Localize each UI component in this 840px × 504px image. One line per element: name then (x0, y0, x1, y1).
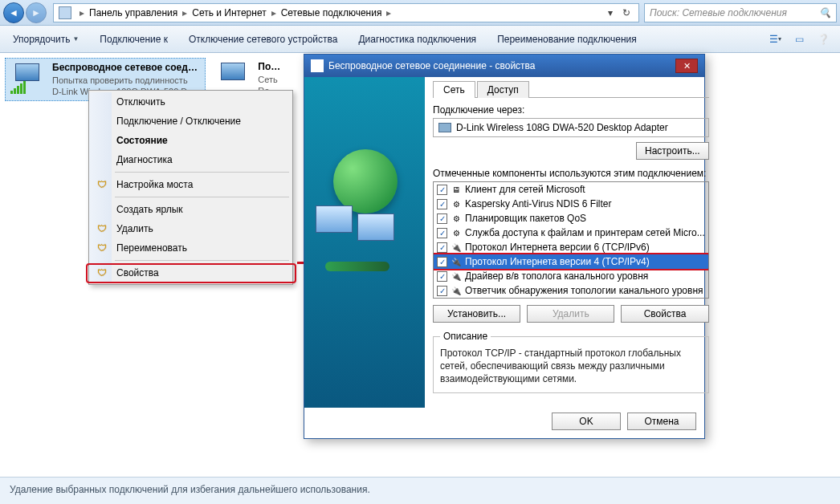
help-button[interactable]: ❔ (813, 30, 834, 48)
ctx-rename[interactable]: 🛡Переименовать (91, 238, 291, 258)
ctx-delete[interactable]: 🛡Удалить (91, 219, 291, 238)
organize-menu[interactable]: Упорядочить▼ (6, 31, 85, 47)
nav-forward-button[interactable]: ► (26, 2, 47, 23)
component-item[interactable]: ✓Служба доступа к файлам и принтерам сет… (434, 226, 708, 240)
network-icon (311, 59, 324, 72)
chevron-right-icon[interactable]: ▸ (271, 7, 276, 18)
component-item[interactable]: ✓Планировщик пакетов QoS (434, 211, 708, 226)
connection-name: Подкл... (258, 61, 282, 74)
shield-icon: 🛡 (91, 263, 113, 282)
ctx-status[interactable]: Состояние (91, 131, 291, 150)
description-label: Описание (440, 331, 491, 342)
search-placeholder: Поиск: Сетевые подключения (650, 7, 787, 18)
ctx-diagnostics[interactable]: Диагностика (91, 150, 291, 169)
close-button[interactable]: ✕ (675, 59, 698, 73)
checkbox[interactable]: ✓ (437, 286, 447, 296)
wireless-connection-icon (9, 62, 47, 94)
connection-status: Попытка проверить подлинность (52, 75, 202, 86)
context-menu: Отключить Подключение / Отключение Состо… (88, 90, 293, 285)
configure-button[interactable]: Настроить... (636, 142, 709, 160)
view-options-button[interactable]: ☰▾ (765, 30, 785, 48)
ctx-connect-disconnect[interactable]: Подключение / Отключение (91, 112, 291, 131)
adapter-name: D-Link Wireless 108G DWA-520 Desktop Ada… (456, 122, 668, 133)
components-label: Отмеченные компоненты используются этим … (433, 168, 709, 179)
ctx-properties[interactable]: 🛡Свойства (91, 263, 291, 282)
ctx-disconnect[interactable]: Отключить (91, 92, 291, 112)
status-text: Удаление выбранных подключений для избег… (10, 484, 370, 495)
dialog-titlebar[interactable]: Беспроводное сетевое соединение - свойст… (304, 55, 704, 77)
tab-network[interactable]: Сеть (433, 81, 475, 98)
component-item[interactable]: ✓Клиент для сетей Microsoft (434, 182, 708, 197)
shield-icon: 🛡 (91, 219, 113, 238)
chevron-right-icon[interactable]: ▸ (182, 7, 187, 18)
disconnect-device-button[interactable]: Отключение сетевого устройства (182, 31, 344, 47)
shield-icon: 🛡 (91, 238, 113, 258)
component-item[interactable]: ✓Kaspersky Anti-Virus NDIS 6 Filter (434, 197, 708, 211)
component-properties-button[interactable]: Свойства (621, 305, 708, 323)
service-icon (451, 213, 462, 224)
connection-name: Беспроводное сетевое соединение (52, 62, 202, 75)
chevron-right-icon[interactable]: ▸ (386, 7, 391, 18)
refresh-button[interactable]: ↻ (619, 6, 634, 20)
connection-status: Сеть (258, 74, 282, 85)
uninstall-button[interactable]: Удалить (527, 305, 614, 323)
checkbox[interactable]: ✓ (437, 271, 447, 282)
lan-connection-icon (214, 61, 253, 93)
protocol-icon (451, 242, 462, 253)
protocol-icon (451, 256, 462, 267)
protocol-icon (451, 285, 462, 296)
ok-button[interactable]: OK (552, 413, 621, 430)
preview-pane-button[interactable]: ▭ (789, 30, 809, 48)
checkbox[interactable]: ✓ (437, 213, 447, 224)
component-item[interactable]: ✓Протокол Интернета версии 6 (TCP/IPv6) (434, 240, 708, 254)
breadcrumb-control-panel[interactable]: Панель управления (89, 7, 177, 18)
install-button[interactable]: Установить... (433, 305, 520, 323)
rename-connection-button[interactable]: Переименование подключения (491, 31, 643, 47)
search-input[interactable]: Поиск: Сетевые подключения 🔍 (644, 3, 837, 22)
checkbox[interactable]: ✓ (437, 199, 447, 209)
tab-access[interactable]: Доступ (477, 81, 529, 98)
status-bar: Удаление выбранных подключений для избег… (0, 477, 840, 504)
checkbox[interactable]: ✓ (437, 185, 447, 195)
dialog-sidebar-image (304, 77, 425, 408)
breadcrumb-network-connections[interactable]: Сетевые подключения (281, 7, 382, 18)
address-dropdown-button[interactable]: ▾ (603, 6, 618, 20)
diagnostics-button[interactable]: Диагностика подключения (352, 31, 483, 47)
service-icon (451, 198, 462, 209)
component-item[interactable]: ✓Ответчик обнаружения топологии канально… (434, 283, 708, 298)
properties-dialog: Беспроводное сетевое соединение - свойст… (304, 54, 705, 439)
components-list[interactable]: ✓Клиент для сетей Microsoft ✓Kaspersky A… (433, 181, 709, 299)
separator (115, 197, 289, 197)
component-item[interactable]: ✓Драйвер в/в тополога канального уровня (434, 269, 708, 283)
breadcrumb-network-internet[interactable]: Сеть и Интернет (192, 7, 266, 18)
checkbox[interactable]: ✓ (437, 257, 447, 267)
component-item-tcpipv4[interactable]: ✓Протокол Интернета версии 4 (TCP/IPv4) (434, 254, 708, 269)
connect-to-button[interactable]: Подключение к (93, 31, 174, 47)
protocol-icon (451, 270, 462, 282)
cancel-button[interactable]: Отмена (627, 413, 696, 430)
search-icon: 🔍 (819, 7, 831, 18)
dialog-title-text: Беспроводное сетевое соединение - свойст… (328, 60, 536, 71)
separator (115, 260, 289, 261)
nav-back-button[interactable]: ◄ (3, 2, 24, 23)
ctx-create-shortcut[interactable]: Создать ярлык (91, 200, 291, 219)
ctx-bridge[interactable]: 🛡Настройка моста (91, 175, 291, 194)
window-titlebar: ◄ ► ▸ Панель управления ▸ Сеть и Интерне… (0, 0, 840, 26)
client-icon (451, 184, 462, 195)
description-group: Описание Протокол TCP/IP - стандартный п… (433, 331, 709, 393)
checkbox[interactable]: ✓ (437, 228, 447, 238)
separator (115, 172, 289, 173)
dialog-tabs: Сеть Доступ (433, 80, 709, 98)
adapter-icon (438, 123, 451, 132)
toolbar: Упорядочить▼ Подключение к Отключение се… (0, 26, 840, 53)
description-text: Протокол TCP/IP - стандартный протокол г… (440, 347, 702, 386)
service-icon (451, 227, 462, 238)
adapter-field: D-Link Wireless 108G DWA-520 Desktop Ada… (433, 118, 709, 137)
address-bar[interactable]: ▸ Панель управления ▸ Сеть и Интернет ▸ … (53, 3, 639, 22)
folder-icon (59, 6, 71, 19)
chevron-right-icon[interactable]: ▸ (80, 7, 84, 18)
connect-via-label: Подключение через: (433, 104, 709, 116)
chevron-down-icon: ▼ (72, 35, 79, 43)
checkbox[interactable]: ✓ (437, 242, 447, 253)
shield-icon: 🛡 (91, 175, 113, 194)
